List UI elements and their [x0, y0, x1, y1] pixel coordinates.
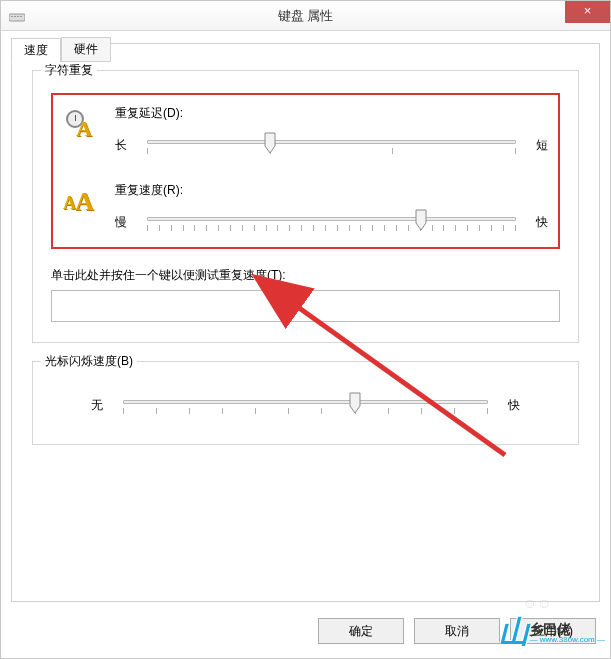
repeat-rate-slider[interactable]: [147, 207, 516, 237]
repeat-rate-max: 快: [524, 214, 548, 231]
window-title: 键盘 属性: [1, 7, 610, 25]
titlebar: 键盘 属性 ×: [1, 1, 610, 31]
ok-button[interactable]: 确定: [318, 618, 404, 644]
repeat-test-label: 单击此处并按住一个键以便测试重复速度(T):: [51, 267, 560, 284]
repeat-rate-min: 慢: [115, 214, 139, 231]
repeat-delay-slider[interactable]: [147, 130, 516, 160]
row-repeat-delay: A 重复延迟(D): 长 短: [63, 105, 548, 160]
tab-strip: 速度 硬件: [11, 37, 111, 62]
repeat-delay-label: 重复延迟(D):: [115, 105, 548, 122]
group-char-repeat: 字符重复 A 重复延迟(D): 长 短: [32, 70, 579, 343]
watermark-text-a: 乡巴佬: [529, 622, 605, 636]
repeat-rate-label: 重复速度(R):: [115, 182, 548, 199]
blink-min: 无: [91, 397, 115, 414]
group-cursor-blink: 光标闪烁速度(B) 无 快: [32, 361, 579, 445]
close-button[interactable]: ×: [565, 1, 610, 23]
repeat-test-input[interactable]: [51, 290, 560, 322]
slider-thumb[interactable]: [349, 392, 361, 414]
cancel-button[interactable]: 取消: [414, 618, 500, 644]
dialog-window: 键盘 属性 × 速度 硬件 字符重复 A 重复延迟(D):: [0, 0, 611, 659]
repeat-delay-max: 短: [524, 137, 548, 154]
slider-thumb[interactable]: [415, 209, 427, 231]
row-repeat-rate: AA 重复速度(R): 慢 快: [63, 182, 548, 237]
group-title-char-repeat: 字符重复: [41, 62, 97, 79]
watermark-logo: 山: [499, 612, 525, 653]
blink-max: 快: [496, 397, 520, 414]
repeat-delay-min: 长: [115, 137, 139, 154]
watermark-text-b: — www.386w.com —: [529, 636, 605, 644]
blink-slider[interactable]: [123, 390, 488, 420]
annotation-highlight: A 重复延迟(D): 长 短 AA: [51, 93, 560, 249]
group-title-cursor-blink: 光标闪烁速度(B): [41, 353, 137, 370]
watermark: 山 乡巴佬 — www.386w.com —: [499, 612, 605, 653]
tab-speed[interactable]: 速度: [11, 38, 61, 63]
repeat-rate-icon: AA: [63, 182, 103, 222]
slider-thumb[interactable]: [264, 132, 276, 154]
tab-panel: 字符重复 A 重复延迟(D): 长 短: [11, 43, 600, 602]
repeat-delay-icon: A: [63, 105, 103, 145]
close-icon: ×: [584, 3, 592, 18]
tab-hardware[interactable]: 硬件: [61, 37, 111, 62]
watermark-faces-icon: ☺☺: [522, 595, 551, 611]
